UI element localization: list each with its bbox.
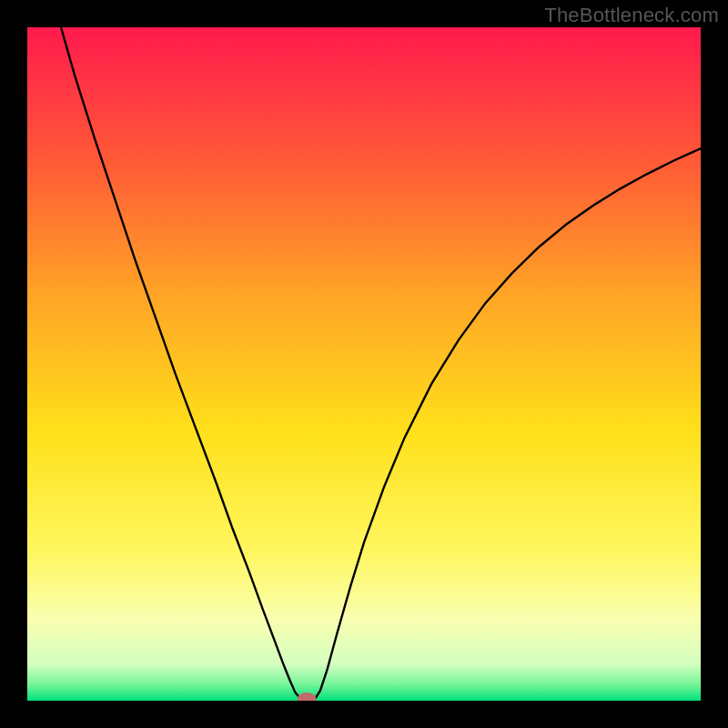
chart-container: TheBottleneck.com	[0, 0, 728, 728]
chart-svg	[27, 27, 701, 701]
watermark-text: TheBottleneck.com	[544, 4, 719, 27]
plot-background	[27, 27, 701, 701]
plot-frame	[27, 27, 701, 701]
